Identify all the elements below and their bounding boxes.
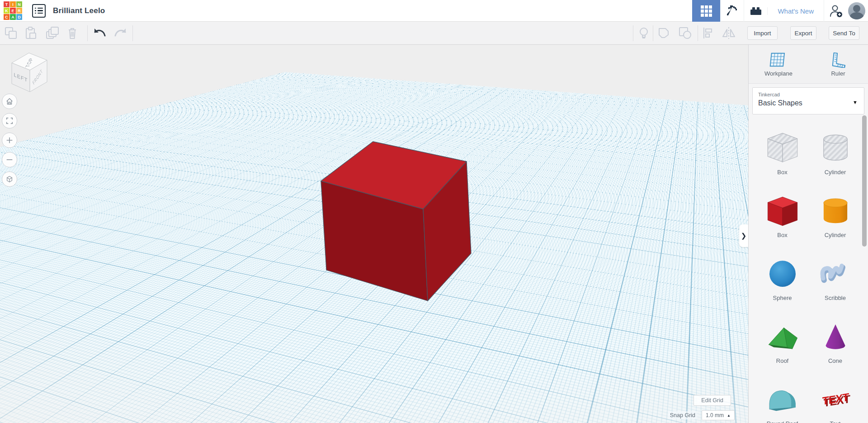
redo-icon[interactable] [113,26,127,40]
view-cube[interactable]: TOP LEFT FRONT [6,50,52,95]
chevron-right-icon: ❯ [741,232,747,240]
pickaxe-icon [726,4,739,18]
shape-label: Cone [828,357,842,364]
logo-tile: D [16,14,22,20]
sphere-shape-icon [763,256,802,294]
shape-label: Cylinder [825,232,846,238]
dashboard-button[interactable] [692,0,720,22]
3d-viewport[interactable]: TOP LEFT FRONT [0,45,748,423]
shape-label: Scribble [825,295,846,301]
logo-tile: I [10,1,16,7]
snap-grid-value: 1.0 mm [706,412,724,418]
whats-new-link[interactable]: What's New [767,7,824,15]
cone-shape-icon [816,318,855,356]
workplane-grid[interactable] [0,45,748,292]
home-icon [5,97,14,105]
box-hole-shape-icon [763,130,802,168]
mirror-icon[interactable] [722,26,736,40]
shape-tile-text[interactable]: TEXT TEXT Text [809,375,862,423]
zoom-in-button[interactable] [2,133,17,148]
shape-tile-scribble[interactable]: Scribble [809,249,862,312]
avatar[interactable] [848,2,865,19]
zoom-out-button[interactable] [2,152,17,167]
logo-tile: K [4,8,9,14]
copy-icon[interactable] [4,26,18,40]
fit-view-icon [5,117,14,125]
shapes-panel: Workplane Ruler Tinkercad Basic Shapes ▼ [748,45,868,423]
logo-tile: A [10,14,16,20]
shape-label: Box [777,232,787,238]
logo-tile: R [16,8,22,14]
ruler-icon [829,52,848,68]
workplane-helper-label: Workplane [764,70,793,77]
logo-tile: T [4,1,9,7]
shape-label: Roof [776,357,788,364]
ruler-helper-button[interactable]: Ruler [808,45,868,83]
library-group-label: Tinkercad [758,92,859,97]
panel-scrollbar[interactable] [862,115,867,247]
ruler-helper-label: Ruler [831,70,845,77]
box-shape-icon [763,193,802,231]
export-button[interactable]: Export [790,26,816,40]
toolbar-separator [653,25,653,41]
shape-tile-sphere[interactable]: Sphere [756,249,809,312]
design-properties-icon[interactable] [32,4,46,18]
logo-tile: N [16,1,22,7]
shape-tile-round-roof[interactable]: Round Roof [756,375,809,423]
shape-tile-cylinder-hole[interactable]: Cylinder [809,124,862,186]
paste-icon[interactable] [24,26,38,40]
scribble-shape-icon [816,256,855,294]
logo-tile: E [10,8,16,14]
shape-label: Box [777,169,787,176]
align-icon[interactable] [700,26,715,40]
design-title: Brilliant Leelo [53,6,105,15]
fit-view-button[interactable] [2,113,17,128]
delete-icon[interactable] [65,26,80,40]
caret-down-icon: ▼ [853,100,858,105]
minecraft-export-button[interactable] [720,0,744,22]
group-icon[interactable] [656,26,671,40]
ungroup-icon[interactable] [678,26,692,40]
shape-label: Round Roof [767,420,798,423]
undo-icon[interactable] [93,26,107,40]
import-button[interactable]: Import [747,26,778,40]
home-view-button[interactable] [2,94,17,109]
toolbar: Import Export Send To [0,22,868,45]
text-shape-icon: TEXT TEXT [816,381,855,419]
roof-shape-icon [763,318,802,356]
shape-label: Sphere [773,295,792,301]
perspective-toggle-button[interactable] [2,171,17,187]
workplane-icon [769,52,788,68]
edit-grid-button[interactable]: Edit Grid [693,395,731,406]
duplicate-icon[interactable] [45,26,60,40]
shape-tile-box[interactable]: Box [756,186,809,249]
shape-label: Cylinder [825,169,846,176]
blocks-button[interactable] [744,0,767,22]
snap-grid-dropdown[interactable]: 1.0 mm ▲ [702,410,735,420]
shape-tile-box-hole[interactable]: Box [756,124,809,186]
shape-tile-cone[interactable]: Cone [809,312,862,375]
shape-library-dropdown[interactable]: Tinkercad Basic Shapes ▼ [752,87,864,114]
library-name: Basic Shapes [758,99,859,107]
perspective-cube-icon [5,175,14,183]
minus-icon [5,156,14,164]
invite-button[interactable] [824,0,847,22]
dashboard-grid-icon [701,5,712,17]
snap-grid-label: Snap Grid [668,411,697,419]
app-header: T I N K E R C A D Brilliant Leelo W [0,0,868,22]
show-all-bulb-icon[interactable] [637,26,651,40]
tinkercad-logo[interactable]: T I N K E R C A D [4,1,22,20]
round-roof-shape-icon [763,381,802,419]
shape-tile-cylinder[interactable]: Cylinder [809,186,862,249]
logo-tile: C [4,14,9,20]
toolbar-separator [132,25,133,41]
plus-icon [5,136,14,144]
workplane-helper-button[interactable]: Workplane [749,45,808,83]
panel-collapse-tab[interactable]: ❯ [739,224,748,247]
person-add-icon [829,4,843,18]
send-to-button[interactable]: Send To [829,26,859,40]
toolbar-separator [87,25,88,41]
shape-tile-roof[interactable]: Roof [756,312,809,375]
shapes-grid: Box Cylinder Box Cyl [749,118,868,423]
caret-up-icon: ▲ [727,413,731,418]
